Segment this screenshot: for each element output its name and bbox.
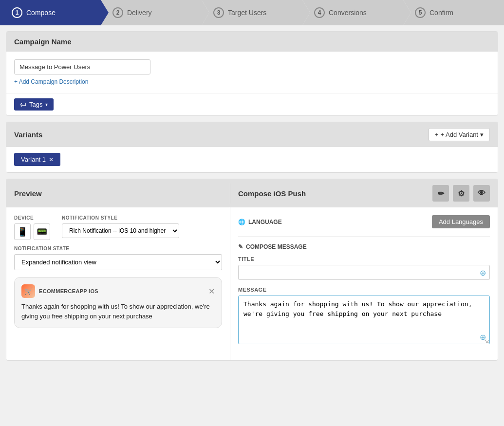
compose-panel-header: Compose iOS Push ✏ ⚙ 👁 xyxy=(230,179,498,207)
tablet-icon-button[interactable]: 📟 xyxy=(34,223,50,240)
device-label: DEVICE xyxy=(14,215,50,221)
title-field-label: TITLE xyxy=(238,256,490,262)
variant-tabs-area: Variant 1 ✕ xyxy=(6,147,498,172)
wizard-step-confirm[interactable]: 5 Confirm xyxy=(403,0,504,25)
phone-icon-button[interactable]: 📱 xyxy=(14,223,31,240)
notification-state-control: NOTIFICATION STATE Expanded notification… xyxy=(14,246,222,270)
step-label-conversions: Conversions xyxy=(329,9,367,17)
notification-style-label: NOTIFICATION STYLE xyxy=(62,215,179,221)
variant-1-tab[interactable]: Variant 1 ✕ xyxy=(14,153,60,166)
eye-icon-button[interactable]: 👁 xyxy=(473,185,490,202)
pencil-icon: ✏ xyxy=(438,189,444,198)
message-field-label: MESSAGE xyxy=(238,287,490,293)
edit-icon: ✎ xyxy=(238,243,243,250)
pencil-icon-button[interactable]: ✏ xyxy=(432,185,449,202)
wizard-bar: 1 Compose 2 Delivery 3 Target Users 4 Co… xyxy=(0,0,504,25)
plus-icon: + xyxy=(435,131,439,138)
campaign-name-card: Campaign Name + Add Campaign Description… xyxy=(6,31,498,116)
tags-button[interactable]: 🏷 Tags ▾ xyxy=(14,98,54,111)
wizard-step-compose[interactable]: 1 Compose xyxy=(0,0,101,25)
ios-preview-box: 🛒 ECOMMERCEAPP IOS ✕ Thanks again for sh… xyxy=(14,277,222,328)
split-body: DEVICE 📱 📟 NOTIFICATION STYLE xyxy=(6,207,498,360)
compose-ios-title: Compose iOS Push xyxy=(238,189,306,198)
eye-icon: 👁 xyxy=(478,189,485,198)
device-control: DEVICE 📱 📟 xyxy=(14,215,50,240)
resize-handle-icon: ⤡ xyxy=(484,338,489,345)
message-field-wrapper: Thanks again for shopping with us! To sh… xyxy=(238,296,490,346)
split-header: Preview Compose iOS Push ✏ ⚙ 👁 xyxy=(6,179,498,207)
variants-header: Variants + + Add Variant ▾ xyxy=(6,122,498,147)
compose-toolbar-icons: ✏ ⚙ 👁 xyxy=(432,185,490,202)
message-textarea[interactable]: Thanks again for shopping with us! To sh… xyxy=(238,296,490,344)
wizard-step-conversions[interactable]: 4 Conversions xyxy=(302,0,403,25)
language-row: 🌐 LANGUAGE Add Languages xyxy=(238,215,490,228)
preview-panel-header: Preview xyxy=(6,184,230,204)
compose-message-section: ✎ COMPOSE MESSAGE TITLE ⊕ MESSAGE Thanks… xyxy=(238,236,490,346)
title-field-wrapper: ⊕ xyxy=(238,265,490,280)
notification-style-control: NOTIFICATION STYLE Rich Notification -- … xyxy=(62,215,179,238)
add-description-link[interactable]: + Add Campaign Description xyxy=(14,78,88,85)
step-label-compose: Compose xyxy=(26,9,56,17)
compose-section-label: ✎ COMPOSE MESSAGE xyxy=(238,243,490,250)
campaign-name-header: Campaign Name xyxy=(6,32,498,52)
tag-icon: 🏷 xyxy=(20,101,26,108)
step-label-delivery: Delivery xyxy=(127,9,152,17)
step-num-5: 5 xyxy=(415,7,426,18)
preview-panel-body: DEVICE 📱 📟 NOTIFICATION STYLE xyxy=(6,207,230,360)
variants-card: Variants + + Add Variant ▾ Variant 1 ✕ xyxy=(6,122,498,173)
compose-panel-body: 🌐 LANGUAGE Add Languages ✎ COMPOSE MESSA… xyxy=(230,207,498,360)
notification-style-select[interactable]: Rich Notification -- iOS 10 and higher xyxy=(62,223,179,238)
ios-app-name: ECOMMERCEAPP IOS xyxy=(39,288,98,294)
step-num-2: 2 xyxy=(112,7,123,18)
wizard-step-target[interactable]: 3 Target Users xyxy=(202,0,302,25)
add-variant-button[interactable]: + + Add Variant ▾ xyxy=(429,128,490,141)
ios-notif-header: 🛒 ECOMMERCEAPP IOS ✕ xyxy=(21,284,215,298)
variant-1-close-icon[interactable]: ✕ xyxy=(49,156,54,163)
language-text: LANGUAGE xyxy=(248,219,282,225)
tags-section: 🏷 Tags ▾ xyxy=(6,93,498,115)
ios-app-info: 🛒 ECOMMERCEAPP IOS xyxy=(21,284,98,298)
notification-state-label: NOTIFICATION STATE xyxy=(14,246,222,251)
ios-app-icon: 🛒 xyxy=(21,284,35,298)
variant-1-label: Variant 1 xyxy=(21,156,46,163)
campaign-name-input[interactable] xyxy=(14,59,150,74)
add-languages-button[interactable]: Add Languages xyxy=(432,215,490,228)
title-input[interactable] xyxy=(238,265,490,280)
plus-circle-icon-title[interactable]: ⊕ xyxy=(480,268,486,277)
ios-close-icon[interactable]: ✕ xyxy=(208,287,215,296)
chevron-down-icon: ▾ xyxy=(480,131,484,138)
language-label: 🌐 LANGUAGE xyxy=(238,219,282,225)
chevron-down-icon: ▾ xyxy=(45,102,48,107)
add-variant-label: + Add Variant xyxy=(441,131,478,138)
phone-icon: 📱 xyxy=(17,226,28,237)
compose-message-label-text: COMPOSE MESSAGE xyxy=(246,243,307,250)
step-num-4: 4 xyxy=(314,7,325,18)
preview-compose-panel: Preview Compose iOS Push ✏ ⚙ 👁 xyxy=(6,179,498,361)
variants-title: Variants xyxy=(14,130,42,139)
wizard-step-delivery[interactable]: 2 Delivery xyxy=(101,0,202,25)
tags-label: Tags xyxy=(29,101,42,108)
step-label-target: Target Users xyxy=(228,9,266,17)
device-icon-group: 📱 📟 xyxy=(14,223,50,240)
campaign-name-title: Campaign Name xyxy=(14,37,72,46)
notification-state-select[interactable]: Expanded notification view xyxy=(14,254,222,270)
step-label-confirm: Confirm xyxy=(429,9,453,17)
tablet-icon: 📟 xyxy=(37,226,47,237)
preview-title: Preview xyxy=(14,189,42,198)
ios-message-text: Thanks again for shopping with us! To sh… xyxy=(21,302,215,321)
gear-icon: ⚙ xyxy=(458,189,465,198)
step-num-3: 3 xyxy=(213,7,224,18)
step-num-1: 1 xyxy=(12,7,22,18)
gear-icon-button[interactable]: ⚙ xyxy=(453,185,469,202)
globe-icon: 🌐 xyxy=(238,219,245,225)
